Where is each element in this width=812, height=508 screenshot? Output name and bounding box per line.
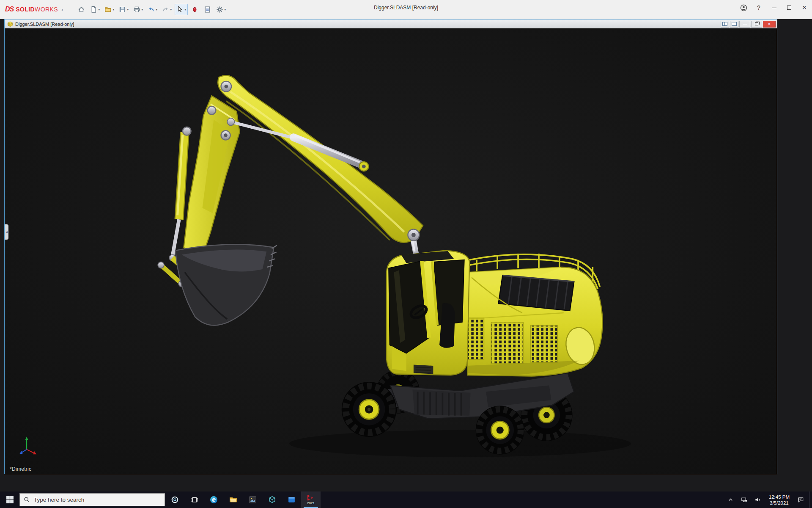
wheel-rear-left [476,406,524,454]
options-button[interactable]: ▾ [214,4,228,15]
network-icon [741,497,747,503]
rebuild-bead-icon [191,6,198,13]
home-button[interactable] [76,4,87,15]
show-desktop-button[interactable] [809,491,812,508]
maximize-button[interactable] [782,0,797,15]
doc-restore-button[interactable] [751,21,762,28]
hidden-icons-button[interactable] [724,491,738,508]
solidworks-version-badge: 2021 [307,502,315,505]
undo-button[interactable]: ▾ [146,4,159,15]
dropdown-caret-icon[interactable]: ▾ [170,8,172,11]
solidworks-icon [307,494,314,501]
redo-icon [162,6,169,13]
upper-body [454,254,602,376]
redo-button[interactable]: ▾ [160,4,173,15]
file-properties-icon [204,6,211,13]
dropdown-caret-icon[interactable]: ▾ [127,8,129,11]
media-app-button[interactable] [243,491,262,508]
edge-button[interactable] [204,491,223,508]
viewer-app-button[interactable] [262,491,282,508]
options-gear-icon [216,6,223,13]
screen: DS SOLID WORKS › ▾ [0,0,812,508]
doc-minimize-button[interactable] [739,21,750,28]
taskbar-clock[interactable]: 12:45 PM 3/5/2021 [765,491,794,508]
maximize-icon [787,6,791,10]
volume-button[interactable] [751,491,765,508]
pane-single-button[interactable] [721,21,729,28]
brand-solid-text: SOLID [16,6,35,13]
document-titlebar[interactable]: Digger.SLDASM [Read-only] × [5,19,777,28]
dropdown-caret-icon[interactable]: ▾ [224,8,226,11]
brand-works-text: WORKS [35,6,58,13]
dropdown-caret-icon[interactable]: ▾ [141,8,143,11]
dropdown-caret-icon[interactable]: ▾ [156,8,157,11]
doc-close-button[interactable]: × [763,21,776,28]
document-title: Digger.SLDASM [Read-only] [15,22,74,27]
cortana-icon [171,496,179,504]
action-center-icon [798,497,804,503]
minimize-button[interactable] [766,0,782,15]
3d-viewer-icon [268,496,276,504]
new-document-icon [90,6,97,13]
featuremanager-collapse-tab[interactable]: ◀ [5,224,8,240]
horizontal-pane-icon [732,22,737,26]
edge-icon [210,496,218,504]
clock-time: 12:45 PM [769,494,790,500]
media-app-icon [249,496,257,504]
user-account-icon [740,4,747,11]
wheel-front-left [342,382,397,437]
select-tool-button[interactable]: ▾ [175,4,188,15]
dassault-ds-icon: DS [5,6,14,13]
chevron-up-icon [727,497,734,503]
solidworks-taskbar-button[interactable]: 2021 [301,491,321,508]
save-button[interactable]: ▾ [117,4,130,15]
blue-window-icon [288,496,296,504]
action-center-button[interactable] [794,491,807,508]
excavator-model[interactable] [5,28,777,474]
desktop-app-button[interactable] [282,491,301,508]
restore-icon [755,22,758,25]
open-button[interactable]: ▾ [103,4,116,15]
dropdown-caret-icon[interactable]: ▾ [112,8,114,11]
pane-horizontal-button[interactable] [730,21,738,28]
brand-flyout-arrow-icon[interactable]: › [61,6,63,13]
dropdown-caret-icon[interactable]: ▾ [184,8,186,11]
file-explorer-button[interactable] [223,491,243,508]
close-icon: × [802,3,807,12]
taskbar-search[interactable] [19,493,165,506]
start-button[interactable] [0,491,19,508]
search-input[interactable] [34,497,161,503]
help-button[interactable]: ? [751,0,766,15]
solidworks-logo[interactable]: DS SOLID WORKS › [0,6,66,13]
document-window: Digger.SLDASM [Read-only] × [4,19,777,474]
file-properties-button[interactable] [202,4,213,15]
task-view-icon [190,496,198,504]
cortana-button[interactable] [165,491,184,508]
task-view-button[interactable] [184,491,204,508]
windows-logo-icon [6,496,14,504]
print-button[interactable]: ▾ [132,4,145,15]
graphics-viewport[interactable]: *Dimetric ◀ [5,28,777,474]
network-button[interactable] [738,491,751,508]
view-orientation-label: *Dimetric [10,466,31,472]
quick-access-toolbar: ▾ ▾ ▾ [76,4,228,15]
dropdown-caret-icon[interactable]: ▾ [98,8,100,11]
taskbar: 2021 12:45 PM 3/5/2021 [0,491,812,508]
minimize-icon [772,8,776,8]
assembly-icon [7,21,13,27]
close-button[interactable]: × [797,0,812,15]
speaker-icon [754,497,761,503]
window-title: Digger.SLDASM [Read-only] [374,5,438,11]
split-pane-icon [722,22,727,26]
cab [387,251,469,375]
print-icon [133,6,140,13]
file-explorer-icon [229,496,237,504]
search-icon [24,497,30,503]
rebuild-button[interactable] [189,4,200,15]
orientation-triad [16,432,40,457]
account-button[interactable] [736,0,751,15]
home-icon [78,6,85,13]
app-titlebar: DS SOLID WORKS › ▾ [0,0,812,19]
help-icon: ? [757,4,760,11]
new-document-button[interactable]: ▾ [88,4,102,15]
